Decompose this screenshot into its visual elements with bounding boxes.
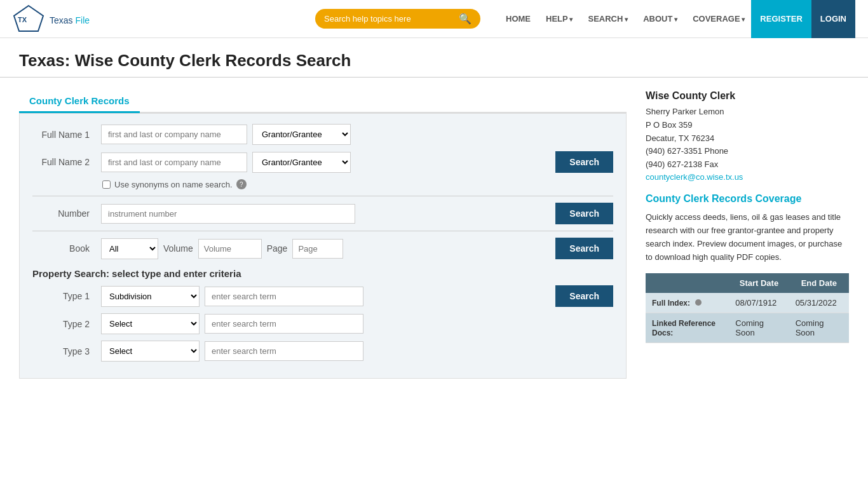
tab-county-clerk-records[interactable]: County Clerk Records xyxy=(19,90,140,113)
coverage-row-1-label: Full Index: xyxy=(646,293,729,313)
sidebar-fax: (940) 627-2138 Fax xyxy=(646,158,849,172)
divider-2 xyxy=(32,231,613,231)
type-2-search-input[interactable] xyxy=(205,314,363,334)
page-label: Page xyxy=(267,243,288,254)
type-3-select[interactable]: Select Subdivision xyxy=(101,341,200,362)
coverage-row-1-end: 05/31/2022 xyxy=(789,293,849,313)
book-row: Book All Volume Page Search xyxy=(32,238,613,259)
login-button[interactable]: LOGIN xyxy=(811,0,855,38)
full-name-2-row: Full Name 2 Grantor/Grantee Grantor Gran… xyxy=(32,151,613,173)
coverage-row-1-start: 08/07/1912 xyxy=(729,293,789,313)
logo-icon: TX xyxy=(13,4,44,33)
page-input[interactable] xyxy=(292,239,343,259)
svg-text:TX: TX xyxy=(18,16,27,24)
volume-input[interactable] xyxy=(198,239,262,259)
number-label: Number xyxy=(32,208,96,219)
grantor-grantee-1-select[interactable]: Grantor/Grantee Grantor Grantee xyxy=(252,124,351,145)
full-name-1-row: Full Name 1 Grantor/Grantee Grantor Gran… xyxy=(32,124,613,145)
type-3-search-input[interactable] xyxy=(205,341,363,361)
synonyms-row: Use synonyms on name search. ? xyxy=(32,179,613,189)
help-search-input[interactable] xyxy=(324,14,459,24)
nav-help[interactable]: HELP xyxy=(539,10,579,27)
logo-text: Texas File xyxy=(50,11,90,27)
type-3-row: Type 3 Select Subdivision xyxy=(32,341,613,362)
type-3-label: Type 3 xyxy=(32,346,96,356)
synonyms-label[interactable]: Use synonyms on name search. xyxy=(114,180,233,189)
number-search-button[interactable]: Search xyxy=(555,203,613,224)
nav-about[interactable]: ABOUT xyxy=(637,10,684,27)
type-2-row: Type 2 Select Subdivision xyxy=(32,313,613,334)
right-sidebar: Wise County Clerk Sherry Parker Lemon P … xyxy=(646,90,849,379)
type-1-search-input[interactable] xyxy=(205,287,363,306)
page-title: Texas: Wise County Clerk Records Search xyxy=(19,51,849,71)
sidebar-address-2: Decatur, TX 76234 xyxy=(646,132,849,146)
grantor-grantee-2-select[interactable]: Grantor/Grantee Grantor Grantee xyxy=(252,152,351,173)
search-form: Full Name 1 Grantor/Grantee Grantor Gran… xyxy=(19,113,627,379)
register-button[interactable]: REGISTER xyxy=(751,0,811,38)
coverage-table-row-1: Full Index: 08/07/1912 05/31/2022 xyxy=(646,293,849,313)
book-select[interactable]: All xyxy=(101,238,158,259)
full-index-dot xyxy=(695,299,702,306)
synonyms-checkbox[interactable] xyxy=(102,180,111,189)
coverage-row-2-start: Coming Soon xyxy=(729,313,789,342)
sidebar-address-1: P O Box 359 xyxy=(646,119,849,132)
help-search-button[interactable]: 🔍 xyxy=(459,13,471,25)
sidebar-phone: (940) 627-3351 Phone xyxy=(646,145,849,158)
sidebar-clerk-name: Sherry Parker Lemon xyxy=(646,105,849,119)
logo-area[interactable]: TX Texas File xyxy=(13,4,90,33)
nav-search[interactable]: SEARCH xyxy=(581,10,634,27)
full-name-2-input[interactable] xyxy=(101,152,247,172)
tab-bar: County Clerk Records xyxy=(19,90,627,113)
type-2-label: Type 2 xyxy=(32,319,96,329)
sidebar-clerk-info: Wise County Clerk Sherry Parker Lemon P … xyxy=(646,90,849,182)
coverage-table-header-end: End Date xyxy=(789,273,849,293)
full-name-1-label: Full Name 1 xyxy=(32,130,96,140)
sidebar-clerk-title: Wise County Clerk xyxy=(646,90,849,102)
type-1-row: Type 1 Subdivision Select Search xyxy=(32,285,613,307)
sidebar-coverage-desc: Quickly access deeds, liens, oil & gas l… xyxy=(646,211,849,264)
coverage-table: Start Date End Date Full Index: 08/07/19… xyxy=(646,273,849,343)
type-2-select[interactable]: Select Subdivision xyxy=(101,313,200,334)
coverage-table-row-2: Linked Reference Docs: Coming Soon Comin… xyxy=(646,313,849,342)
main-layout: County Clerk Records Full Name 1 Grantor… xyxy=(0,78,868,391)
nav-home[interactable]: HOME xyxy=(499,10,537,27)
name-search-button[interactable]: Search xyxy=(555,151,613,173)
page-title-area: Texas: Wise County Clerk Records Search xyxy=(0,38,868,78)
main-nav: HOME HELP SEARCH ABOUT COVERAGE xyxy=(499,10,751,27)
coverage-table-header-label xyxy=(646,273,729,293)
book-label: Book xyxy=(32,243,96,254)
coverage-row-2-label: Linked Reference Docs: xyxy=(646,313,729,342)
synonyms-help-icon[interactable]: ? xyxy=(236,179,247,189)
help-search-bar[interactable]: 🔍 xyxy=(315,9,480,29)
left-content: County Clerk Records Full Name 1 Grantor… xyxy=(19,90,627,379)
property-search-heading: Property Search: select type and enter c… xyxy=(32,268,613,279)
type-1-search-button[interactable]: Search xyxy=(555,285,613,307)
full-name-2-label: Full Name 2 xyxy=(32,157,96,167)
book-search-button[interactable]: Search xyxy=(555,238,613,259)
main-header: TX Texas File 🔍 HOME HELP SEARCH ABOUT C… xyxy=(0,0,868,38)
sidebar-email[interactable]: countyclerk@co.wise.tx.us xyxy=(646,172,743,182)
volume-label: Volume xyxy=(163,243,193,254)
coverage-row-2-end: Coming Soon xyxy=(789,313,849,342)
divider-1 xyxy=(32,196,613,196)
number-input[interactable] xyxy=(101,204,355,224)
full-name-1-input[interactable] xyxy=(101,125,247,144)
nav-coverage[interactable]: COVERAGE xyxy=(686,10,751,27)
coverage-table-header-start: Start Date xyxy=(729,273,789,293)
type-1-label: Type 1 xyxy=(32,291,96,301)
type-1-select[interactable]: Subdivision Select xyxy=(101,286,200,307)
sidebar-coverage-title: County Clerk Records Coverage xyxy=(646,192,849,206)
number-row: Number Search xyxy=(32,203,613,224)
